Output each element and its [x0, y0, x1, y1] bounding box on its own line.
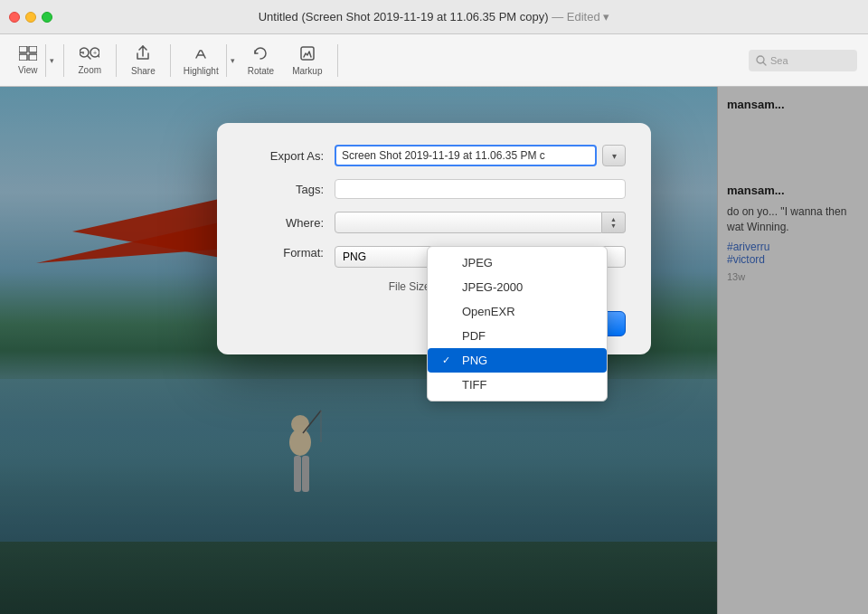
svg-rect-0: [19, 46, 27, 52]
title-text: Untitled (Screen Shot 2019-11-19 at 11.0…: [259, 10, 549, 24]
view-group[interactable]: View ▾: [11, 43, 58, 79]
maximize-button[interactable]: [42, 12, 52, 23]
zoom-group[interactable]: - + Zoom: [70, 43, 111, 79]
close-button[interactable]: [9, 12, 20, 23]
search-placeholder: Sea: [770, 55, 788, 66]
format-option-jpeg2000-label: JPEG-2000: [462, 280, 523, 294]
format-dropdown-wrap: PNG JPEG JPEG-2000: [335, 246, 626, 268]
separator-2: [116, 44, 117, 77]
format-dropdown-menu: JPEG JPEG-2000 OpenEXR PDF: [427, 246, 608, 401]
format-option-jpeg[interactable]: JPEG: [428, 250, 607, 275]
edited-label: — Edited ▾: [552, 10, 609, 24]
window-title: Untitled (Screen Shot 2019-11-19 at 11.0…: [259, 10, 610, 24]
traffic-lights: [9, 12, 52, 23]
svg-rect-1: [29, 46, 37, 52]
share-group[interactable]: Share: [122, 42, 165, 80]
highlight-dropdown-arrow[interactable]: ▾: [226, 44, 239, 77]
format-label: Format:: [242, 246, 324, 260]
where-stepper[interactable]: ▲ ▼: [602, 212, 626, 233]
toolbar: View ▾ - + Zoom Sha: [0, 34, 868, 87]
format-option-png-label: PNG: [462, 354, 487, 367]
view-button[interactable]: View: [11, 43, 45, 79]
markup-group[interactable]: Markup: [283, 42, 331, 80]
format-option-png[interactable]: ✓ PNG: [428, 348, 607, 373]
export-as-dropdown[interactable]: ▾: [602, 145, 626, 166]
view-icon: [19, 46, 37, 63]
stepper-down-icon: ▼: [610, 222, 617, 229]
highlight-group[interactable]: Highlight ▾: [176, 42, 239, 80]
minimize-button[interactable]: [25, 12, 36, 23]
where-row: Where: ▲ ▼: [242, 212, 626, 233]
export-as-row: Export As: ▾: [242, 145, 626, 166]
separator-1: [63, 44, 64, 77]
rotate-group[interactable]: Rotate: [239, 42, 283, 80]
export-as-input-wrap: ▾: [335, 145, 626, 166]
format-selected-value: PNG: [343, 250, 366, 263]
format-option-tiff-label: TIFF: [462, 378, 486, 392]
format-option-tiff[interactable]: TIFF: [428, 373, 607, 397]
tags-label: Tags:: [242, 183, 324, 196]
svg-line-9: [99, 56, 99, 59]
svg-rect-12: [301, 47, 314, 60]
format-option-jpeg-label: JPEG: [462, 256, 493, 269]
markup-icon: [299, 45, 316, 64]
export-as-input[interactable]: [335, 145, 597, 166]
format-option-pdf-label: PDF: [462, 329, 486, 343]
share-label: Share: [131, 66, 156, 76]
search-area[interactable]: Sea: [749, 50, 857, 71]
svg-rect-2: [19, 54, 27, 61]
where-label: Where:: [242, 216, 324, 230]
highlight-icon: [193, 45, 209, 64]
svg-line-5: [88, 56, 90, 59]
format-option-openexr[interactable]: OpenEXR: [428, 299, 607, 324]
separator-4: [337, 44, 338, 77]
format-option-openexr-label: OpenEXR: [462, 305, 515, 318]
export-as-label: Export As:: [242, 149, 324, 163]
view-label: View: [18, 65, 38, 75]
format-option-jpeg2000[interactable]: JPEG-2000: [428, 275, 607, 299]
view-dropdown-arrow[interactable]: ▾: [45, 44, 58, 77]
separator-3: [170, 44, 171, 77]
search-bar[interactable]: Sea: [749, 50, 857, 71]
svg-text:-: -: [82, 50, 85, 56]
svg-line-14: [763, 62, 766, 65]
titlebar: Untitled (Screen Shot 2019-11-19 at 11.0…: [0, 0, 868, 34]
main-content: mansam... mansam... do on yo... "I wanna…: [0, 87, 868, 614]
modal-overlay: Export As: ▾ Tags: Where:: [0, 87, 868, 614]
checkmark-png: ✓: [442, 354, 455, 366]
rotate-label: Rotate: [248, 66, 274, 76]
svg-text:+: +: [93, 50, 97, 56]
search-icon: [756, 55, 767, 66]
rotate-icon: [252, 45, 269, 64]
zoom-label: Zoom: [79, 65, 102, 75]
tags-row: Tags:: [242, 179, 626, 199]
where-select[interactable]: [335, 212, 602, 233]
share-icon: [135, 45, 151, 64]
markup-label: Markup: [292, 66, 322, 76]
stepper-up-icon: ▲: [610, 216, 617, 222]
tags-input[interactable]: [335, 179, 626, 199]
highlight-button[interactable]: Highlight: [176, 42, 226, 80]
highlight-label: Highlight: [184, 66, 219, 76]
format-row: Format: PNG JPEG JPEG-2000: [242, 246, 626, 268]
zoom-icon: - +: [80, 46, 99, 63]
export-dialog: Export As: ▾ Tags: Where:: [217, 123, 651, 354]
format-option-pdf[interactable]: PDF: [428, 324, 607, 348]
svg-rect-3: [29, 54, 37, 61]
